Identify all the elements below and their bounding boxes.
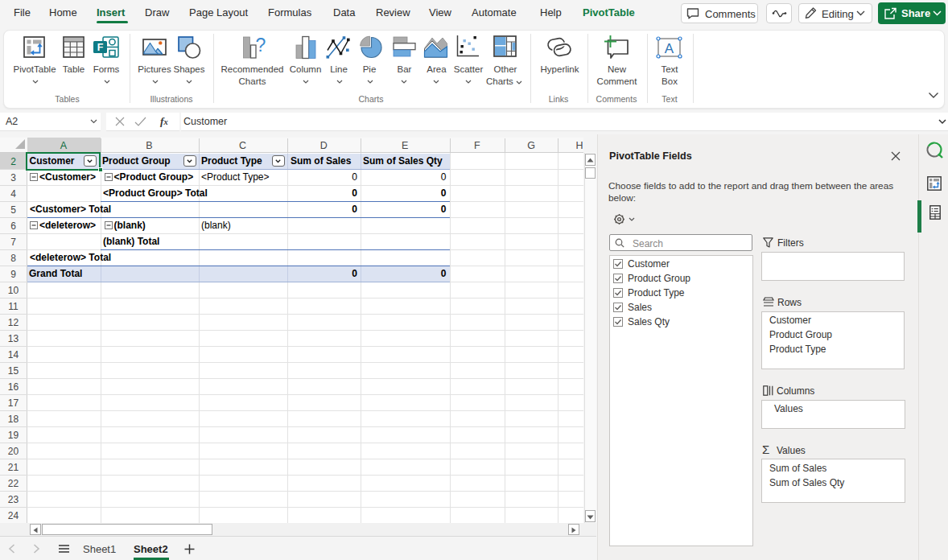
svg-text:A: A bbox=[665, 41, 674, 56]
svg-text:?: ? bbox=[256, 35, 266, 56]
svg-text:F: F bbox=[97, 42, 104, 53]
